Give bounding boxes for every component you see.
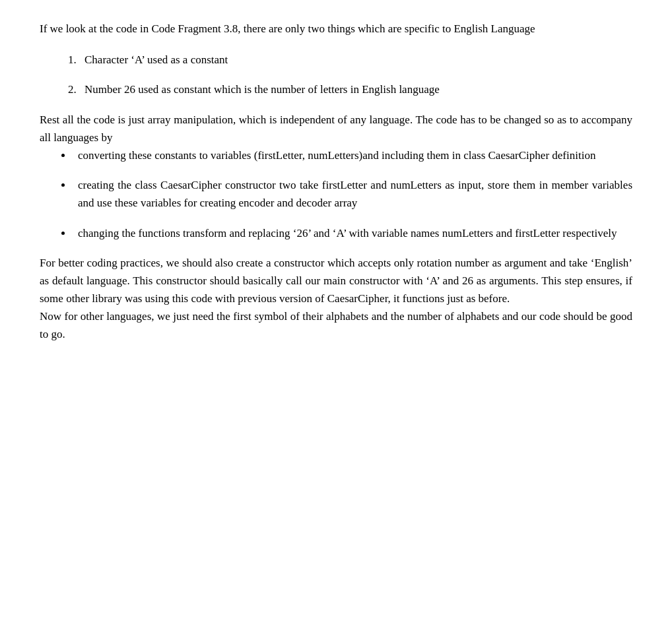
list-item-text: Character ‘A’ used as a constant <box>84 53 228 66</box>
middle-paragraph: Rest all the code is just array manipula… <box>40 111 632 146</box>
bullet-item-text: converting these constants to variables … <box>78 149 595 162</box>
bullet-list: converting these constants to variables … <box>40 146 632 242</box>
final-paragraph-2: Now for other languages, we just need th… <box>40 307 632 343</box>
list-item: Number 26 used as constant which is the … <box>79 80 632 98</box>
bullet-item-text: creating the class CaesarCipher construc… <box>78 179 632 209</box>
intro-paragraph: If we look at the code in Code Fragment … <box>40 20 632 38</box>
numbered-list: Character ‘A’ used as a constant Number … <box>40 51 632 98</box>
bullet-item: converting these constants to variables … <box>73 146 632 164</box>
bullet-item: creating the class CaesarCipher construc… <box>73 176 632 212</box>
final-section: For better coding practices, we should a… <box>40 254 632 344</box>
list-item: Character ‘A’ used as a constant <box>79 51 632 69</box>
bullet-item-text: changing the functions transform and rep… <box>78 227 617 239</box>
bullet-item: changing the functions transform and rep… <box>73 224 632 242</box>
final-paragraph-1: For better coding practices, we should a… <box>40 254 632 308</box>
main-content: If we look at the code in Code Fragment … <box>40 20 632 344</box>
list-item-text: Number 26 used as constant which is the … <box>84 83 440 96</box>
